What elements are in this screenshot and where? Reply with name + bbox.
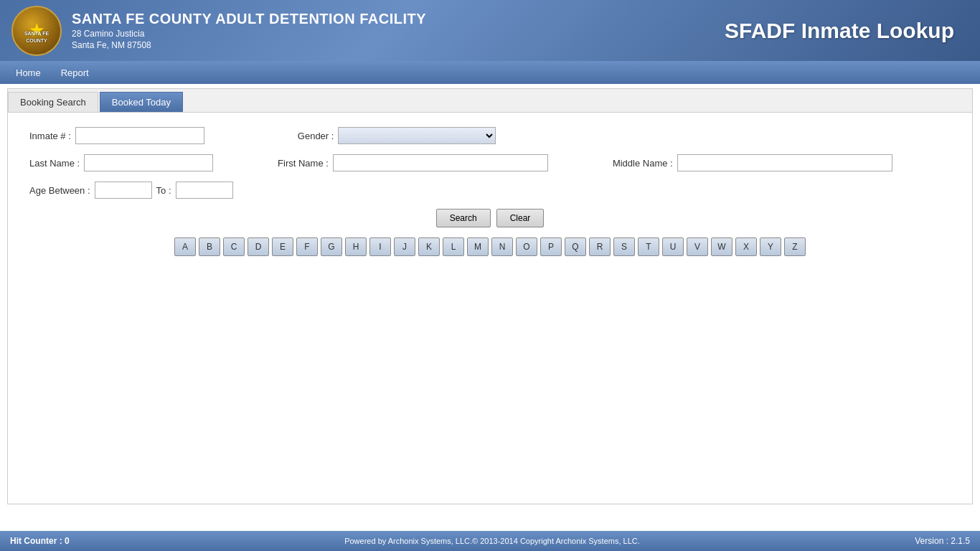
middle-name-label: Middle Name :	[613, 158, 673, 169]
nav-report[interactable]: Report	[52, 65, 98, 81]
inmate-label: Inmate # :	[29, 131, 71, 141]
alpha-btn-f[interactable]: F	[296, 237, 318, 256]
alpha-btn-s[interactable]: S	[613, 237, 635, 256]
alpha-btn-m[interactable]: M	[467, 237, 489, 256]
alphabet-row: ABCDEFGHIJKLMNOPQRSTUVWXYZ	[29, 237, 951, 256]
alpha-btn-c[interactable]: C	[223, 237, 245, 256]
alpha-btn-a[interactable]: A	[174, 237, 196, 256]
alpha-btn-i[interactable]: I	[369, 237, 391, 256]
hit-counter: Hit Counter : 0	[10, 536, 70, 546]
age-to-label: To :	[156, 185, 171, 196]
age-from-input[interactable]	[95, 182, 152, 199]
alpha-btn-x[interactable]: X	[735, 237, 757, 256]
alpha-btn-l[interactable]: L	[443, 237, 464, 256]
form-row-1: Inmate # : Gender : Male Female	[29, 127, 951, 144]
app-title: SFADF Inmate Lookup	[725, 19, 954, 43]
search-button[interactable]: Search	[436, 209, 491, 227]
alpha-btn-y[interactable]: Y	[760, 237, 781, 256]
header: SANTA FECOUNTY SANTA FE COUNTY ADULT DET…	[0, 0, 980, 61]
gender-label: Gender :	[298, 131, 334, 141]
facility-logo: SANTA FECOUNTY	[11, 6, 62, 56]
tab-bar: Booking Search Booked Today	[8, 89, 972, 113]
last-name-input[interactable]	[84, 154, 213, 171]
gender-group: Gender : Male Female	[298, 127, 496, 144]
middle-name-input[interactable]	[677, 154, 892, 171]
alpha-btn-k[interactable]: K	[418, 237, 440, 256]
footer-powered-by: Powered by Archonix Systems, LLC.© 2013-…	[70, 537, 915, 545]
main-content: Booking Search Booked Today Inmate # : G…	[7, 88, 973, 504]
facility-address1: 28 Camino Justicia	[72, 29, 725, 39]
age-group: Age Between : To :	[29, 182, 233, 199]
alpha-btn-b[interactable]: B	[199, 237, 220, 256]
clear-button[interactable]: Clear	[496, 209, 545, 227]
alpha-btn-d[interactable]: D	[248, 237, 269, 256]
footer: Hit Counter : 0 Powered by Archonix Syst…	[0, 531, 980, 551]
last-name-label: Last Name :	[29, 158, 80, 169]
alpha-btn-t[interactable]: T	[638, 237, 659, 256]
alpha-btn-v[interactable]: V	[687, 237, 708, 256]
facility-info: SANTA FE COUNTY ADULT DETENTION FACILITY…	[72, 11, 725, 50]
alpha-btn-z[interactable]: Z	[784, 237, 806, 256]
alpha-btn-u[interactable]: U	[662, 237, 684, 256]
alpha-btn-q[interactable]: Q	[565, 237, 586, 256]
search-form: Inmate # : Gender : Male Female Last Nam…	[8, 113, 972, 270]
alpha-btn-h[interactable]: H	[345, 237, 367, 256]
form-row-2: Last Name : First Name : Middle Name :	[29, 154, 951, 171]
alpha-btn-g[interactable]: G	[321, 237, 342, 256]
alpha-btn-e[interactable]: E	[272, 237, 293, 256]
footer-version: Version : 2.1.5	[915, 536, 970, 546]
first-name-input[interactable]	[333, 154, 548, 171]
inmate-input[interactable]	[75, 127, 204, 144]
button-row: Search Clear	[29, 209, 951, 227]
tab-booked-today[interactable]: Booked Today	[100, 92, 183, 112]
alpha-btn-p[interactable]: P	[540, 237, 562, 256]
tab-booking-search[interactable]: Booking Search	[8, 92, 98, 112]
alpha-btn-j[interactable]: J	[394, 237, 415, 256]
alpha-btn-n[interactable]: N	[491, 237, 513, 256]
facility-address2: Santa Fe, NM 87508	[72, 40, 725, 50]
first-name-label: First Name :	[278, 158, 329, 169]
gender-select[interactable]: Male Female	[338, 127, 496, 144]
alpha-btn-o[interactable]: O	[516, 237, 537, 256]
facility-name: SANTA FE COUNTY ADULT DETENTION FACILITY	[72, 11, 725, 27]
form-row-3: Age Between : To :	[29, 182, 951, 199]
alpha-btn-w[interactable]: W	[711, 237, 732, 256]
nav-home[interactable]: Home	[7, 65, 50, 81]
navbar: Home Report	[0, 61, 980, 84]
first-name-group: First Name :	[278, 154, 548, 171]
age-between-label: Age Between :	[29, 185, 90, 196]
last-name-group: Last Name :	[29, 154, 213, 171]
alpha-btn-r[interactable]: R	[589, 237, 611, 256]
age-to-input[interactable]	[176, 182, 233, 199]
middle-name-group: Middle Name :	[613, 154, 892, 171]
inmate-group: Inmate # :	[29, 127, 204, 144]
